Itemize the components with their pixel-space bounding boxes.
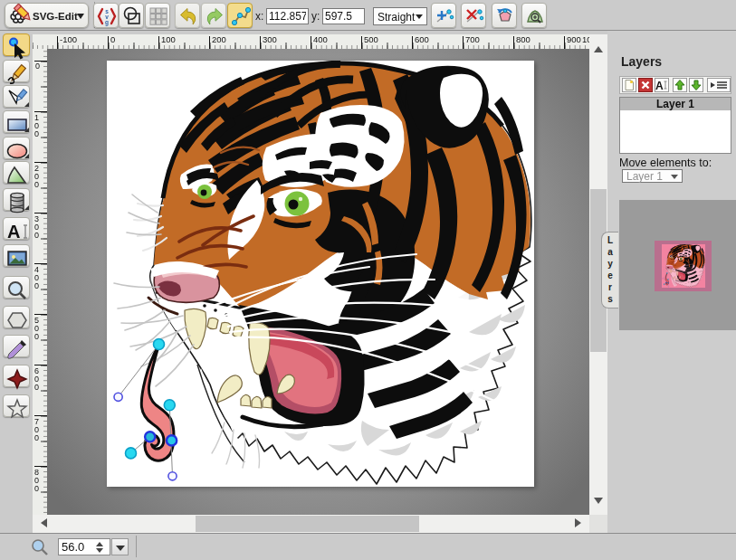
svg-text:700: 700: [465, 34, 480, 44]
svg-text:0: 0: [35, 62, 40, 71]
svg-text:10: 10: [582, 34, 589, 44]
svg-text:500: 500: [364, 34, 378, 44]
svg-text:600: 600: [415, 34, 429, 44]
svg-text:900: 900: [567, 34, 581, 44]
svg-text:400: 400: [313, 34, 328, 44]
svg-text:0: 0: [110, 34, 115, 44]
svg-text:100: 100: [161, 34, 176, 44]
svg-text:0: 0: [34, 231, 39, 240]
svg-text:-100: -100: [60, 34, 77, 44]
svg-text:200: 200: [212, 34, 226, 44]
svg-text:0: 0: [34, 332, 39, 341]
svg-text:0: 0: [34, 129, 39, 138]
svg-text:0: 0: [34, 281, 39, 290]
svg-text:A: A: [655, 80, 664, 92]
svg-text:0: 0: [34, 383, 39, 392]
svg-text:0: 0: [34, 433, 39, 442]
svg-text:800: 800: [516, 34, 530, 44]
svg-text:A: A: [7, 222, 20, 242]
svg-text:g: g: [105, 19, 109, 26]
svg-text:0: 0: [34, 180, 39, 189]
svg-text:300: 300: [263, 34, 277, 44]
svg-text:0: 0: [34, 484, 39, 493]
